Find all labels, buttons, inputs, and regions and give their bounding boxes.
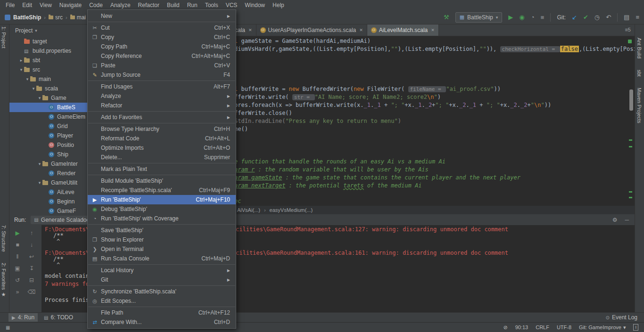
menu-item-jump-to-source[interactable]: ✎Jump to SourceF4	[88, 70, 236, 80]
menu-item-analyze[interactable]: Analyze▶	[88, 91, 236, 101]
tree-item-sbt[interactable]: ▸sbt	[9, 56, 87, 65]
tree-item-game[interactable]: ▾Game	[9, 93, 87, 103]
menu-item-delete[interactable]: Delete...Supprimer	[88, 153, 236, 162]
restore-layout-button[interactable]: ↺	[15, 277, 20, 283]
minimize-icon[interactable]: ─	[625, 217, 629, 223]
stripe-button-7-structure[interactable]: 7: Structure	[1, 225, 7, 252]
menubar-item-refactor[interactable]: Refactor	[134, 0, 163, 10]
debug-button[interactable]: ◉	[519, 14, 524, 20]
build-hammer-icon[interactable]: ⚒	[444, 14, 449, 20]
breadcrumb-mai[interactable]: mai	[70, 14, 86, 21]
main-menu-more-icon[interactable]: ≡	[636, 14, 639, 20]
menubar-item-tools[interactable]: Tools	[201, 0, 222, 10]
close-icon[interactable]: ✕	[248, 28, 252, 32]
history-icon[interactable]: ◷	[594, 14, 600, 20]
menu-item-local-history[interactable]: Local History▶	[88, 266, 236, 275]
settings-gear-icon[interactable]: ⚙	[612, 217, 618, 223]
stripe-button-2-favorites[interactable]: 2: Favorites ★	[1, 263, 7, 298]
soft-wrap-button[interactable]: ↩	[29, 253, 34, 260]
tree-item-gameutilit[interactable]: ▾GameUtilit	[9, 178, 87, 187]
stripe-button-ant-build[interactable]: Ant Build	[636, 38, 642, 58]
menu-item-browse-type-hierarchy[interactable]: Browse Type HierarchyCtrl+H	[88, 124, 236, 134]
tree-item-build-properties[interactable]: ▤build.properties	[9, 46, 87, 56]
tree-down-arrow-icon[interactable]: ▾	[37, 96, 42, 100]
screenshot-button[interactable]: ▣	[15, 265, 20, 272]
rerun-button[interactable]: ▶	[15, 230, 19, 236]
menubar-item-run[interactable]: Run	[183, 0, 201, 10]
menubar-item-navigate[interactable]: Navigate	[56, 0, 85, 10]
tree-item-gameinter[interactable]: ▾GameInter	[9, 159, 87, 169]
run-button[interactable]: ▶	[508, 14, 513, 20]
tree-down-arrow-icon[interactable]: ▾	[25, 77, 30, 81]
menu-item-open-in-terminal[interactable]: ❯Open in Terminal	[88, 244, 236, 254]
menu-item-optimize-imports[interactable]: Optimize ImportsCtrl+Alt+O	[88, 143, 236, 153]
menu-item-add-to-favorites[interactable]: Add to Favorites▶	[88, 113, 236, 122]
menubar-item-view[interactable]: View	[36, 0, 56, 10]
menu-item-mark-as-plain-text[interactable]: Mark as Plain Text	[88, 164, 236, 174]
menu-item-copy[interactable]: ❐CopyCtrl+C	[88, 32, 236, 42]
inspection-mark[interactable]	[629, 139, 632, 141]
menu-item-copy-reference[interactable]: Copy ReferenceCtrl+Alt+Maj+C	[88, 51, 236, 61]
tree-item-src[interactable]: ▾src	[9, 65, 87, 74]
tree-down-arrow-icon[interactable]: ▾	[37, 162, 42, 166]
menu-item-find-usages[interactable]: Find UsagesAlt+F7	[88, 82, 236, 91]
menu-item-cut[interactable]: ✂CutCtrl+X	[88, 23, 236, 32]
stripe-button-maven-projects[interactable]: Maven Projects	[636, 88, 642, 123]
menubar-item-edit[interactable]: Edit	[18, 0, 36, 10]
menubar-item-help[interactable]: Help	[269, 0, 288, 10]
caret-position-widget[interactable]: 90:13	[515, 324, 528, 330]
toolwindow-button-6-todo[interactable]: ▤6: TODO	[41, 313, 76, 322]
git-branch-widget[interactable]: Git: GameImprove ▾	[579, 324, 626, 331]
menu-item-recompile-battleship-scala[interactable]: Recompile 'BattleShip.scala'Ctrl+Maj+F9	[88, 186, 236, 195]
menubar-item-vcs[interactable]: VCS	[222, 0, 241, 10]
highlighting-level-icon[interactable]: ⊘	[503, 324, 507, 331]
menu-item-debug-battleship[interactable]: ◉Debug 'BattleShip'	[88, 204, 236, 214]
clear-console-button[interactable]: ⌫	[28, 289, 36, 295]
hector-icon[interactable]: I	[633, 324, 638, 331]
tree-item-gameelem[interactable]: OGameElem	[9, 112, 87, 121]
menubar-item-window[interactable]: Window	[241, 0, 269, 10]
tree-item-beginn[interactable]: OBeginn	[9, 197, 87, 206]
stop-button[interactable]: ■	[541, 14, 545, 20]
menubar-item-file[interactable]: File	[2, 0, 18, 10]
vcs-update-icon[interactable]: ↙	[572, 14, 577, 20]
tree-item-ship[interactable]: OShip	[9, 150, 87, 159]
run-tab[interactable]: ▤ Generate Scaladoc	[31, 216, 92, 224]
menu-item-run-battleship[interactable]: ▶Run 'BattleShip'Ctrl+Maj+F10	[88, 195, 236, 204]
menu-item-build-module-battleship[interactable]: Build Module 'BattleShip'	[88, 176, 236, 186]
toolwindow-button-4-run[interactable]: ▶4: Run	[8, 313, 38, 322]
tree-item-gamef[interactable]: OGameF	[9, 206, 87, 214]
scrollbar-thumb[interactable]	[629, 89, 633, 111]
print-button[interactable]: ⊟	[29, 277, 34, 283]
menubar-item-code[interactable]: Code	[85, 0, 107, 10]
menu-item-new[interactable]: New▶	[88, 11, 236, 21]
tree-down-arrow-icon[interactable]: ▾	[37, 180, 42, 185]
menu-item-refactor[interactable]: Refactor▶	[88, 101, 236, 110]
menu-item-run-battleship-with-coverage[interactable]: ◔Run 'BattleShip' with Coverage	[88, 214, 236, 223]
event-log-button[interactable]: ⊙ Event Log	[606, 314, 644, 321]
menubar-item-analyze[interactable]: Analyze	[107, 0, 134, 10]
close-icon[interactable]: ✕	[431, 28, 435, 32]
close-icon[interactable]: ✕	[359, 28, 363, 32]
menu-item-copy-path[interactable]: Copy PathCtrl+Maj+C	[88, 42, 236, 51]
tree-item-battles[interactable]: OBattleS	[9, 103, 87, 112]
panel-layout-icon[interactable]: ▤	[624, 14, 629, 20]
up-stacktrace-button[interactable]: ↑	[30, 230, 33, 236]
menu-item-run-scala-console[interactable]: ▤Run Scala ConsoleCtrl+Maj+D	[88, 254, 236, 263]
stripe-button-sbt[interactable]: sbt	[636, 70, 642, 77]
menu-item-show-in-explorer[interactable]: ❒Show in Explorer	[88, 235, 236, 244]
tree-item-positio[interactable]: OPositio	[9, 140, 87, 150]
menubar-item-build[interactable]: Build	[163, 0, 183, 10]
menu-item-synchronize-battleship-scala[interactable]: ↻Synchronize 'BattleShip.scala'	[88, 287, 236, 296]
tree-item-render[interactable]: ORender	[9, 169, 87, 178]
project-panel-header[interactable]: Project ▾	[9, 24, 87, 37]
tree-item-grid[interactable]: OGrid	[9, 121, 87, 131]
menu-item-paste[interactable]: ❏PasteCtrl+V	[88, 61, 236, 70]
toolwindow-switcher-icon[interactable]: ▦	[6, 325, 10, 330]
tree-item-aileve[interactable]: OAiLeve	[9, 187, 87, 197]
run-config-combo[interactable]: ▦ BattleShip ▾	[455, 12, 503, 23]
inspection-status-icon[interactable]	[628, 40, 632, 43]
menu-item-reformat-code[interactable]: Reformat CodeCtrl+Alt+L	[88, 134, 236, 143]
breadcrumb-src[interactable]: src	[49, 14, 63, 21]
tree-item-target[interactable]: target	[9, 37, 87, 46]
